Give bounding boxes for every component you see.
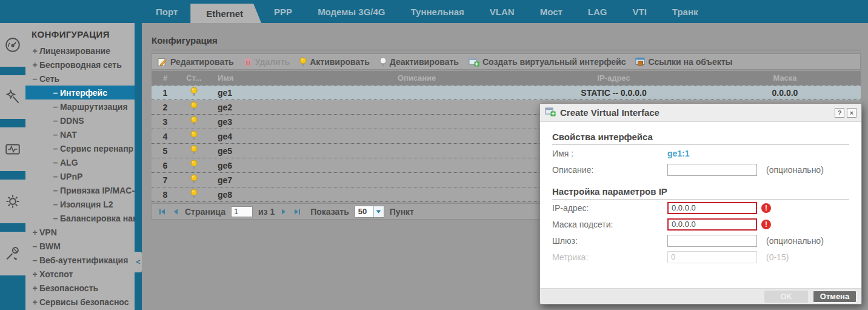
tree-toggle-icon[interactable]: + (30, 269, 39, 279)
close-button[interactable]: × (847, 108, 856, 118)
tab-vlan[interactable]: VLAN (477, 0, 527, 23)
name-cell: ge2 (209, 103, 315, 112)
tree-toggle-icon[interactable]: + (30, 283, 39, 293)
table-row-ge1[interactable]: 1ge1STATIC -- 0.0.0.00.0.0.0 (152, 86, 861, 100)
field-row: Шлюз:(опционально) (552, 232, 849, 249)
nav-tile-maintenance-tools[interactable] (0, 232, 25, 275)
sidebar-item-vpn[interactable]: +VPN (25, 225, 135, 239)
tab-vti[interactable]: VTI (620, 0, 659, 23)
toolbar-button-create-virtual[interactable]: Создать виртуальный интерфейс (469, 57, 626, 67)
sidebar-item-bwm[interactable]: –BWM (25, 239, 135, 253)
tree-toggle-icon[interactable]: – (51, 116, 60, 126)
field-note: (опционально) (766, 236, 824, 246)
chevron-down-icon[interactable] (373, 206, 384, 217)
tree-toggle-icon[interactable]: – (51, 102, 60, 112)
sidebar-item-label: Интерфейс (60, 88, 107, 98)
tree-toggle-icon[interactable]: + (30, 227, 39, 237)
tab-транк[interactable]: Транк (659, 0, 711, 23)
sidebar-item-ddns[interactable]: –DDNS (25, 113, 135, 127)
field-input-ip-адрес[interactable] (667, 202, 757, 214)
name-cell: ge5 (209, 146, 315, 156)
last-page-button[interactable] (293, 208, 301, 215)
tab-порт[interactable]: Порт (143, 0, 190, 23)
sidebar-collapse-handle[interactable]: < (135, 252, 142, 272)
tree-toggle-icon[interactable]: – (51, 88, 60, 98)
tab-ppp[interactable]: PPP (261, 0, 305, 23)
sidebar-item-upnp[interactable]: –UPnP (25, 169, 135, 183)
column-header-0[interactable]: # (152, 73, 179, 83)
sidebar-item-веб-аутентификация[interactable]: –Веб-аутентификация (25, 253, 135, 267)
dialog-header: Create Virtual Interface ? × (540, 104, 861, 122)
nav-tile-dashboard-gauge[interactable] (0, 23, 25, 67)
next-page-button[interactable] (280, 208, 288, 215)
nav-tile-setup-wizard[interactable] (0, 75, 25, 119)
tree-toggle-icon[interactable]: – (51, 158, 60, 167)
field-row: Метрика:(0-15) (552, 249, 849, 265)
column-header-5[interactable]: Маска (709, 73, 861, 83)
sidebar-item-сервисы-безопаснос[interactable]: +Сервисы безопаснос (25, 295, 135, 309)
status-cell (179, 101, 209, 113)
tab-ethernet[interactable]: Ethernet (190, 4, 261, 23)
sidebar-item-привязка-ip-mac-а[interactable]: –Привязка IP/MAC-а (25, 183, 135, 197)
tree-toggle-icon[interactable]: – (51, 214, 60, 223)
tree-toggle-icon[interactable]: – (30, 255, 39, 265)
tree-toggle-icon[interactable]: – (51, 186, 60, 195)
toolbar-button-bulb-on[interactable]: Активировать (299, 57, 370, 67)
help-button[interactable]: ? (835, 108, 844, 118)
sidebar-item-интерфейс[interactable]: –Интерфейс (25, 86, 135, 99)
toolbar-button-object-reference[interactable]: Ссылки на объекты (635, 57, 732, 67)
column-header-4[interactable]: IP-адрес (518, 73, 709, 83)
sidebar-item-label: Сервис перенапр (60, 144, 133, 153)
cancel-button[interactable]: Отмена (813, 291, 856, 303)
sidebar-item-хотспот[interactable]: +Хотспот (25, 267, 135, 281)
bulb-off-icon (379, 57, 387, 67)
tree-toggle-icon[interactable]: – (51, 200, 60, 209)
tree-toggle-icon[interactable]: – (51, 130, 60, 140)
nav-tile-configuration-gear[interactable] (0, 180, 25, 223)
column-header-1[interactable]: Ст... (179, 73, 209, 83)
tree-toggle-icon[interactable]: – (51, 172, 60, 181)
tree-toggle-icon[interactable]: + (30, 297, 39, 307)
field-input-шлюз[interactable] (667, 235, 757, 247)
field-row: IP-адрес:! (552, 200, 849, 216)
field-note: (0-15) (766, 252, 789, 262)
field-row: Описание:(опционально) (552, 161, 849, 178)
prev-page-button[interactable] (172, 208, 179, 215)
row-number-cell: 8 (152, 190, 179, 200)
sidebar-item-маршрутизация[interactable]: –Маршрутизация (25, 99, 135, 113)
sidebar-item-изоляция-l2[interactable]: –Изоляция L2 (25, 197, 135, 211)
column-header-2[interactable]: Имя (209, 73, 315, 83)
sidebar-item-сервис-перенапр[interactable]: –Сервис перенапр (25, 141, 135, 155)
tab-lag[interactable]: LAG (575, 0, 620, 23)
page-number-input[interactable] (231, 206, 253, 217)
interface-name-value: ge1:1 (667, 149, 690, 158)
row-number-cell: 1 (152, 88, 179, 98)
sidebar-item-nat[interactable]: –NAT (25, 127, 135, 141)
page-size-select[interactable]: 50 (355, 206, 384, 218)
sidebar-item-балансировка-наг[interactable]: –Балансировка наг (25, 211, 135, 225)
tab-мост[interactable]: Мост (527, 0, 575, 23)
tree-toggle-icon[interactable]: + (30, 60, 39, 70)
tree-toggle-icon[interactable]: – (30, 241, 39, 251)
field-input-маска-подсети[interactable] (667, 218, 757, 231)
tree-toggle-icon[interactable]: – (51, 144, 60, 153)
toolbar-button-edit[interactable]: Редактировать (158, 57, 234, 67)
tab-модемы-3g-4g[interactable]: Модемы 3G/4G (305, 0, 398, 23)
sidebar-item-alg[interactable]: –ALG (25, 155, 135, 169)
first-page-button[interactable] (158, 208, 166, 215)
sidebar-item-безопасность[interactable]: +Безопасность (25, 281, 135, 295)
field-input-описание[interactable] (667, 164, 757, 176)
tree-toggle-icon[interactable]: + (30, 46, 39, 56)
tab-туннельная[interactable]: Туннельная (398, 0, 477, 23)
toolbar-button-bulb-off[interactable]: Деактивировать (379, 57, 459, 67)
name-cell: ge3 (209, 117, 315, 127)
field-label: Маска подсети: (552, 220, 667, 229)
dialog-title: Create Virtual Interface (560, 107, 832, 118)
sidebar-item-сеть[interactable]: –Сеть (25, 72, 135, 86)
tree-toggle-icon[interactable]: – (30, 74, 39, 84)
sidebar-item-беспроводная-сеть[interactable]: +Беспроводная сеть (25, 58, 135, 72)
nav-tile-monitoring[interactable] (0, 127, 25, 171)
column-header-3[interactable]: Описание (315, 73, 518, 83)
sidebar-item-лицензирование[interactable]: +Лицензирование (25, 44, 135, 58)
bulb-on-icon (190, 101, 198, 113)
